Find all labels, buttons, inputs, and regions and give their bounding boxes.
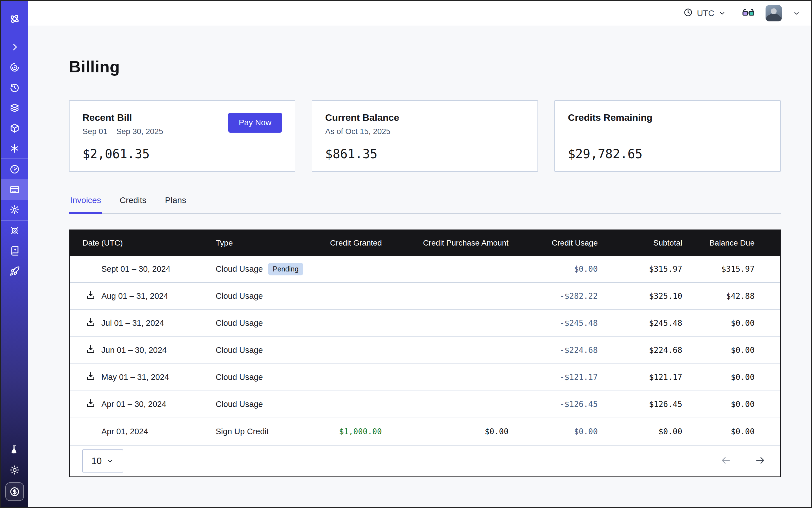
column-header: Credit Granted	[320, 230, 405, 256]
credit-granted-value	[320, 391, 405, 418]
sidebar-item-book-sparkle[interactable]	[1, 241, 28, 261]
credit-purchase-value: $0.00	[405, 418, 531, 445]
download-invoice-icon[interactable]	[86, 317, 96, 329]
pager	[719, 453, 768, 469]
column-header: Credit Purchase Amount	[405, 230, 531, 256]
column-header: Subtotal	[621, 230, 705, 256]
sidebar-item-dollar-badge[interactable]	[5, 482, 24, 501]
account-chevron-down-icon[interactable]	[793, 9, 801, 17]
helm-wheel-icon	[9, 225, 20, 236]
invoice-type: Cloud Usage	[216, 373, 263, 382]
subtotal-value: $245.48	[621, 310, 705, 337]
credit-card-icon	[9, 184, 20, 195]
orbit-logo-icon[interactable]	[1, 1, 28, 37]
arrow-right-icon	[755, 455, 766, 467]
balance-due-value: $0.00	[705, 418, 780, 445]
table-row: Apr 01, 2024Sign Up Credit$1,000.00$0.00…	[70, 418, 780, 445]
subtotal-value: $224.68	[621, 337, 705, 364]
top-bar: UTC	[28, 1, 812, 26]
column-header: Balance Due	[705, 230, 780, 256]
tab-plans[interactable]: Plans	[164, 196, 187, 214]
history-clock-icon	[9, 82, 20, 93]
download-invoice-icon[interactable]	[86, 371, 96, 383]
balance-due-value: $0.00	[705, 391, 780, 418]
tab-invoices[interactable]: Invoices	[69, 196, 102, 214]
card-title: Current Balance	[325, 112, 524, 123]
sidebar-item-rocket[interactable]	[1, 261, 28, 281]
avatar[interactable]	[766, 5, 782, 22]
credits-remaining-amount: $29,782.65	[568, 147, 767, 161]
pay-now-button[interactable]: Pay Now	[228, 113, 282, 133]
chevron-down-icon	[718, 9, 726, 17]
recent-bill-card: Recent Bill Sep 01 – Sep 30, 2025 $2,061…	[69, 100, 295, 172]
sidebar-item-credit-card[interactable]	[1, 179, 28, 200]
sidebar-item-asterisk[interactable]	[1, 138, 28, 159]
table-header: Date (UTC)TypeCredit GrantedCredit Purch…	[70, 230, 780, 256]
credit-purchase-value	[405, 310, 531, 337]
subtotal-value: $0.00	[621, 418, 705, 445]
credits-remaining-card: Credits Remaining $29,782.65	[554, 100, 781, 172]
clock-icon	[683, 8, 693, 19]
invoices-table: Date (UTC)TypeCredit GrantedCredit Purch…	[69, 229, 781, 477]
sidebar-spacer	[1, 281, 28, 439]
page-size-select[interactable]: 10	[82, 450, 123, 472]
gear-icon	[9, 204, 20, 215]
sidebar	[1, 1, 28, 507]
sidebar-item-layers[interactable]	[1, 98, 28, 118]
summary-cards: Recent Bill Sep 01 – Sep 30, 2025 $2,061…	[69, 100, 781, 172]
page-title: Billing	[69, 57, 781, 76]
invoice-date: Apr 01, 2024	[101, 427, 148, 436]
download-invoice-icon[interactable]	[86, 344, 96, 356]
sidebar-group-1	[1, 159, 28, 220]
subtotal-value: $126.45	[621, 391, 705, 418]
next-page-button[interactable]	[753, 453, 768, 469]
credit-usage-value: -$224.68	[531, 337, 621, 364]
credit-granted-value	[320, 256, 405, 283]
sun-icon	[9, 465, 20, 475]
sidebar-item-history-clock[interactable]	[1, 77, 28, 98]
book-sparkle-icon	[9, 246, 20, 256]
sidebar-item-sun[interactable]	[1, 460, 28, 480]
invoice-type: Cloud Usage	[216, 264, 263, 274]
credit-granted-value	[320, 283, 405, 310]
column-header: Credit Usage	[531, 230, 621, 256]
spiral-icon	[9, 62, 20, 73]
sidebar-item-gauge[interactable]	[1, 159, 28, 179]
credit-usage-value: $0.00	[531, 418, 621, 445]
sidebar-item-chevron-right[interactable]	[1, 37, 28, 57]
3d-glasses-icon[interactable]	[742, 7, 755, 19]
dollar-badge-icon	[9, 486, 20, 497]
current-balance-card: Current Balance As of Oct 15, 2025 $861.…	[312, 100, 538, 172]
subtotal-value: $121.17	[621, 364, 705, 391]
sidebar-group-2	[1, 220, 28, 281]
credit-usage-value: $0.00	[531, 256, 621, 283]
sidebar-item-cube[interactable]	[1, 118, 28, 138]
sidebar-item-gear[interactable]	[1, 200, 28, 220]
invoice-date: Sept 01 – 30, 2024	[101, 264, 170, 274]
credit-purchase-value	[405, 364, 531, 391]
table-row: Jun 01 – 30, 2024Cloud Usage-$224.68$224…	[70, 337, 780, 364]
invoice-type: Cloud Usage	[216, 345, 263, 355]
sidebar-item-flask[interactable]	[1, 439, 28, 460]
page-size-value: 10	[91, 456, 102, 466]
invoice-date: Jul 01 – 31, 2024	[101, 319, 164, 328]
timezone-selector[interactable]: UTC	[683, 8, 726, 19]
arrow-left-icon	[720, 455, 731, 467]
card-title: Credits Remaining	[568, 112, 767, 123]
invoice-date: Apr 01 – 30, 2024	[101, 399, 166, 409]
credit-purchase-value	[405, 256, 531, 283]
previous-page-button[interactable]	[719, 453, 733, 469]
sidebar-item-helm-wheel[interactable]	[1, 220, 28, 241]
balance-due-value: $315.97	[705, 256, 780, 283]
download-invoice-icon[interactable]	[86, 398, 96, 410]
billing-tabs: InvoicesCreditsPlans	[69, 196, 781, 214]
table-row: Apr 01 – 30, 2024Cloud Usage-$126.45$126…	[70, 391, 780, 418]
current-balance-amount: $861.35	[325, 147, 524, 161]
column-header: Type	[202, 230, 320, 256]
sidebar-item-spiral[interactable]	[1, 57, 28, 77]
invoice-type: Sign Up Credit	[216, 427, 269, 436]
download-invoice-icon[interactable]	[86, 290, 96, 302]
tab-credits[interactable]: Credits	[119, 196, 147, 214]
invoice-date: Aug 01 – 31, 2024	[101, 291, 168, 301]
rocket-icon	[9, 266, 20, 277]
